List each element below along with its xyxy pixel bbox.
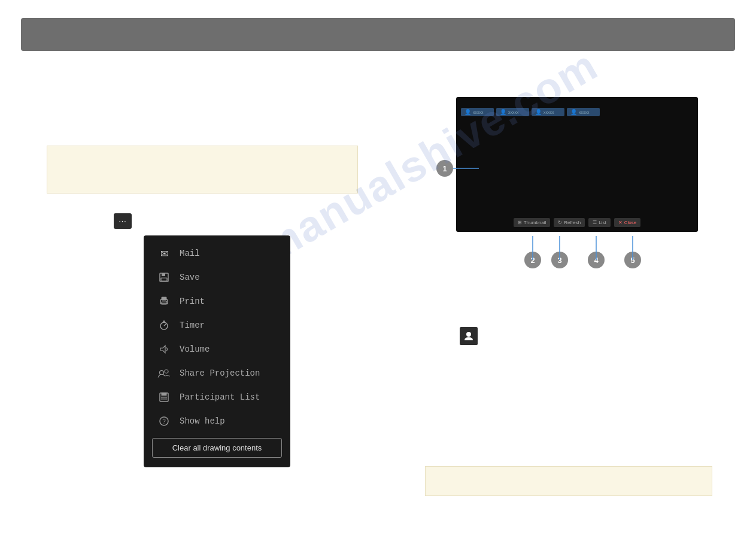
svg-rect-15	[162, 393, 166, 395]
menu-item-print[interactable]: Print	[144, 289, 290, 313]
menu-label-share-projection: Share Projection	[180, 368, 260, 378]
presentation-toolbar: ⊞ Thumbnail ↻ Refresh ☰ List ✕ Close	[456, 218, 698, 227]
menu-label-save: Save	[180, 273, 200, 282]
menu-label-participant-list: Participant List	[180, 392, 260, 402]
close-button[interactable]: ✕ Close	[614, 218, 640, 227]
svg-line-9	[164, 324, 166, 326]
menu-label-show-help: Show help	[180, 416, 225, 426]
menu-item-timer[interactable]: Timer	[144, 313, 290, 337]
show-help-icon: ?	[156, 415, 172, 428]
menu-label-print: Print	[180, 297, 205, 306]
menu-item-save[interactable]: Save	[144, 265, 290, 289]
callout-5: 5	[624, 252, 641, 268]
presentation-area: 👤 xxxxx 👤 xxxxx 👤 xxxxx 👤 xxxxx ⊞ Thumbn…	[456, 97, 698, 232]
refresh-icon: ↻	[558, 220, 562, 225]
callout-1-number: 1	[442, 164, 447, 173]
participant-name-1: xxxxx	[473, 110, 484, 114]
list-label: List	[599, 220, 606, 225]
thumbnail-label: Thumbnail	[524, 220, 546, 225]
volume-icon	[156, 343, 172, 356]
menu-item-participant-list[interactable]: Participant List	[144, 385, 290, 409]
participant-chip-4: 👤 xxxxx	[567, 108, 600, 116]
close-icon: ✕	[618, 220, 623, 225]
callout-4: 4	[588, 252, 605, 268]
callout-2-number: 2	[530, 256, 535, 265]
menu-label-mail: Mail	[180, 249, 200, 258]
menu-item-volume[interactable]: Volume	[144, 337, 290, 361]
person-icon-3: 👤	[535, 109, 542, 115]
save-icon	[156, 271, 172, 284]
clear-drawing-button[interactable]: Clear all drawing contents	[152, 438, 282, 458]
menu-item-mail[interactable]: ✉ Mail	[144, 241, 290, 265]
more-options-icon: ···	[119, 217, 126, 225]
callout-4-number: 4	[594, 256, 598, 265]
close-label: Close	[624, 220, 636, 225]
list-button[interactable]: ☰ List	[588, 218, 610, 227]
dropdown-menu: ✉ Mail Save Print	[144, 235, 290, 467]
svg-point-6	[166, 301, 167, 302]
callout-5-number: 5	[630, 256, 634, 265]
callout-2: 2	[524, 252, 541, 268]
svg-rect-4	[162, 297, 166, 300]
svg-rect-1	[162, 273, 165, 276]
svg-point-13	[165, 370, 168, 373]
top-bar	[21, 18, 735, 51]
participant-name-4: xxxxx	[579, 110, 590, 114]
menu-item-show-help[interactable]: ? Show help	[144, 409, 290, 433]
thumbnail-icon: ⊞	[518, 220, 522, 225]
participant-name-2: xxxxx	[508, 110, 519, 114]
callout-1: 1	[436, 160, 453, 177]
note-box-bottom	[425, 466, 712, 496]
note-box-top	[47, 146, 358, 194]
svg-point-25	[466, 332, 471, 337]
participant-bar: 👤 xxxxx 👤 xxxxx 👤 xxxxx 👤 xxxxx	[461, 105, 693, 119]
menu-item-share-projection[interactable]: Share Projection	[144, 361, 290, 385]
print-icon	[156, 295, 172, 308]
menu-label-timer: Timer	[180, 321, 205, 330]
menu-label-volume: Volume	[180, 344, 210, 354]
svg-rect-2	[161, 278, 167, 281]
more-options-button[interactable]: ···	[114, 213, 132, 229]
refresh-label: Refresh	[564, 220, 581, 225]
thumbnail-button[interactable]: ⊞ Thumbnail	[514, 218, 550, 227]
person-icon-4: 👤	[570, 109, 577, 115]
timer-icon	[156, 319, 172, 332]
participant-chip-3: 👤 xxxxx	[532, 108, 564, 116]
share-projection-icon	[156, 367, 172, 380]
person-icon	[463, 331, 474, 341]
participant-list-icon	[156, 391, 172, 404]
list-icon: ☰	[593, 220, 597, 225]
refresh-button[interactable]: ↻ Refresh	[554, 218, 585, 227]
participant-name-3: xxxxx	[544, 110, 554, 114]
callout-3: 3	[551, 252, 568, 268]
participant-chip-1: 👤 xxxxx	[461, 108, 494, 116]
person-icon-1: 👤	[464, 109, 471, 115]
participant-chip-2: 👤 xxxxx	[496, 108, 529, 116]
callout-3-number: 3	[557, 256, 561, 265]
svg-text:?: ?	[162, 418, 166, 425]
connector-lines	[0, 0, 756, 535]
svg-marker-11	[160, 346, 165, 353]
person-box	[460, 327, 478, 345]
person-icon-2: 👤	[500, 109, 506, 115]
mail-icon: ✉	[156, 247, 172, 260]
